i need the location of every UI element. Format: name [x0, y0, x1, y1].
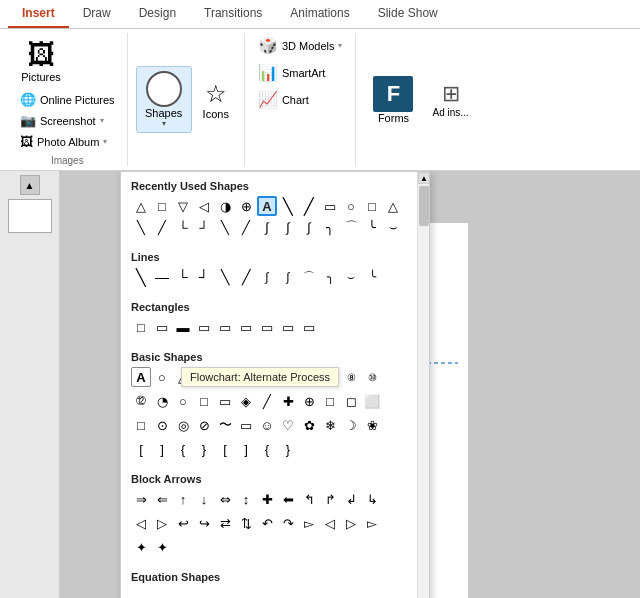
- rect-5[interactable]: ▭: [215, 317, 235, 337]
- shape-r7[interactable]: ∫: [257, 217, 277, 237]
- arrow-11[interactable]: ↲: [341, 489, 361, 509]
- basic-25[interactable]: □: [131, 415, 151, 435]
- line-5[interactable]: ╲: [215, 267, 235, 287]
- basic-38[interactable]: ]: [152, 439, 172, 459]
- shape-r3[interactable]: └: [173, 217, 193, 237]
- pictures-button[interactable]: 🖼 Pictures: [16, 33, 66, 88]
- arrow-21[interactable]: ▻: [299, 513, 319, 533]
- basic-35[interactable]: ☽: [341, 415, 361, 435]
- arrow-26[interactable]: ✦: [152, 537, 172, 557]
- addins-button[interactable]: ⊞ Ad ins...: [426, 77, 474, 122]
- arrow-5[interactable]: ⇔: [215, 489, 235, 509]
- shape-rect2[interactable]: ▭: [320, 196, 340, 216]
- icons-button[interactable]: ☆ Icons: [196, 75, 236, 125]
- arrow-25[interactable]: ✦: [131, 537, 151, 557]
- basic-32[interactable]: ♡: [278, 415, 298, 435]
- shape-r8[interactable]: ∫: [278, 217, 298, 237]
- rect-1[interactable]: □: [131, 317, 151, 337]
- line-10[interactable]: ╮: [320, 267, 340, 287]
- basic-10[interactable]: ⑦: [320, 367, 340, 387]
- panel-scroll-thumb[interactable]: [419, 186, 429, 226]
- basic-40[interactable]: }: [194, 439, 214, 459]
- tab-insert[interactable]: Insert: [8, 0, 69, 28]
- arrow-2[interactable]: ⇐: [152, 489, 172, 509]
- arrow-14[interactable]: ▷: [152, 513, 172, 533]
- tab-transitions[interactable]: Transitions: [190, 0, 276, 28]
- line-7[interactable]: ∫: [257, 267, 277, 287]
- arrow-23[interactable]: ▷: [341, 513, 361, 533]
- basic-39[interactable]: {: [173, 439, 193, 459]
- line-1[interactable]: ╲: [131, 267, 151, 287]
- scroll-up-button[interactable]: ▲: [20, 175, 40, 195]
- rect-4[interactable]: ▭: [194, 317, 214, 337]
- basic-3[interactable]: △: [173, 367, 193, 387]
- shape-r1[interactable]: ╲: [131, 217, 151, 237]
- arrow-22[interactable]: ◁: [320, 513, 340, 533]
- basic-28[interactable]: ⊘: [194, 415, 214, 435]
- basic-34[interactable]: ❄: [320, 415, 340, 435]
- basic-14[interactable]: ◔: [152, 391, 172, 411]
- basic-21[interactable]: ⊕: [299, 391, 319, 411]
- 3d-models-button[interactable]: 🎲 3D Models ▾: [253, 33, 348, 58]
- basic-22[interactable]: □: [320, 391, 340, 411]
- slide-thumbnail[interactable]: [8, 199, 52, 233]
- online-pictures-button[interactable]: 🌐 Online Pictures: [16, 90, 119, 109]
- line-11[interactable]: ⌣: [341, 267, 361, 287]
- arrow-17[interactable]: ⇄: [215, 513, 235, 533]
- smartart-button[interactable]: 📊 SmartArt: [253, 60, 330, 85]
- basic-23[interactable]: ◻: [341, 391, 361, 411]
- shape-r10[interactable]: ╮: [320, 217, 340, 237]
- basic-44[interactable]: }: [278, 439, 298, 459]
- basic-20[interactable]: ✚: [278, 391, 298, 411]
- shape-diamond[interactable]: ◁: [194, 196, 214, 216]
- arrow-3[interactable]: ↑: [173, 489, 193, 509]
- arrow-15[interactable]: ↩: [173, 513, 193, 533]
- basic-12[interactable]: ⑩: [362, 367, 382, 387]
- basic-4[interactable]: ▷: [194, 367, 214, 387]
- basic-5[interactable]: ▱: [215, 367, 235, 387]
- shape-r6[interactable]: ╱: [236, 217, 256, 237]
- basic-41[interactable]: [: [215, 439, 235, 459]
- tab-draw[interactable]: Draw: [69, 0, 125, 28]
- shape-down-tri[interactable]: ▽: [173, 196, 193, 216]
- rect-6[interactable]: ▭: [236, 317, 256, 337]
- rect-3[interactable]: ▬: [173, 317, 193, 337]
- shape-half-circle[interactable]: ◑: [215, 196, 235, 216]
- line-12[interactable]: ╰: [362, 267, 382, 287]
- panel-scrollbar[interactable]: ▲: [417, 172, 429, 598]
- basic-24[interactable]: ⬜: [362, 391, 382, 411]
- shape-r5[interactable]: ╲: [215, 217, 235, 237]
- basic-16[interactable]: □: [194, 391, 214, 411]
- shape-r4[interactable]: ┘: [194, 217, 214, 237]
- chart-button[interactable]: 📈 Chart: [253, 87, 314, 112]
- basic-37[interactable]: [: [131, 439, 151, 459]
- basic-13[interactable]: ⑫: [131, 391, 151, 411]
- basic-31[interactable]: ☺: [257, 415, 277, 435]
- shape-line2[interactable]: ╱: [299, 196, 319, 216]
- shape-r2[interactable]: ╱: [152, 217, 172, 237]
- basic-1[interactable]: A: [131, 367, 151, 387]
- shape-rect3[interactable]: □: [362, 196, 382, 216]
- arrow-4[interactable]: ↓: [194, 489, 214, 509]
- shape-tri2[interactable]: △: [383, 196, 403, 216]
- basic-33[interactable]: ✿: [299, 415, 319, 435]
- arrow-24[interactable]: ▻: [362, 513, 382, 533]
- shape-r13[interactable]: ⌣: [383, 217, 403, 237]
- rect-7[interactable]: ▭: [257, 317, 277, 337]
- basic-17[interactable]: ▭: [215, 391, 235, 411]
- basic-27[interactable]: ◎: [173, 415, 193, 435]
- shape-line1[interactable]: ╲: [278, 196, 298, 216]
- arrow-8[interactable]: ⬅: [278, 489, 298, 509]
- arrow-9[interactable]: ↰: [299, 489, 319, 509]
- basic-7[interactable]: ◇: [257, 367, 277, 387]
- basic-8[interactable]: ⬡: [278, 367, 298, 387]
- arrow-19[interactable]: ↶: [257, 513, 277, 533]
- line-9[interactable]: ⌒: [299, 267, 319, 287]
- basic-30[interactable]: ▭: [236, 415, 256, 435]
- basic-19[interactable]: ╱: [257, 391, 277, 411]
- screenshot-button[interactable]: 📷 Screenshot ▾: [16, 111, 119, 130]
- tab-animations[interactable]: Animations: [276, 0, 363, 28]
- arrow-16[interactable]: ↪: [194, 513, 214, 533]
- arrow-6[interactable]: ↕: [236, 489, 256, 509]
- shape-triangle[interactable]: △: [131, 196, 151, 216]
